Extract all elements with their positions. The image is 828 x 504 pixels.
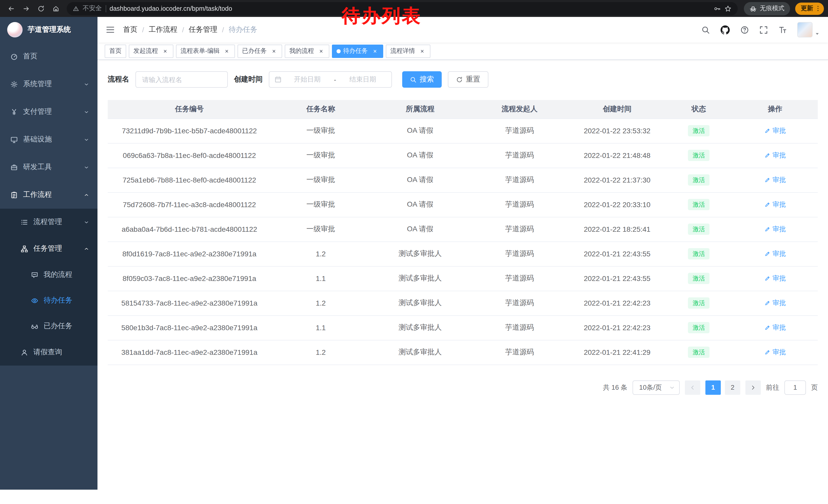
tab-close-icon[interactable]: × xyxy=(271,47,278,55)
page-unit-label: 页 xyxy=(811,383,818,392)
security-label[interactable]: 不安全 xyxy=(83,4,102,13)
cell-initiator: 芋道源码 xyxy=(470,119,570,143)
cell-task-id: 75d72608-7b7f-11ec-a3c8-acde48001122 xyxy=(108,192,271,217)
sidebar-item-home[interactable]: 首页 xyxy=(0,43,97,70)
edit-icon xyxy=(764,325,771,331)
tab-label: 待办任务 xyxy=(343,47,368,55)
breadcrumb-item[interactable]: 首页 xyxy=(123,25,137,34)
tab-start-process[interactable]: 发起流程× xyxy=(129,44,173,58)
column-header-0: 任务编号 xyxy=(108,100,271,119)
sidebar-item-devtools[interactable]: 研发工具 xyxy=(0,153,97,181)
page-button-2[interactable]: 2 xyxy=(725,380,740,395)
sidebar-item-payment[interactable]: 支付管理 xyxy=(0,98,97,126)
start-date-field[interactable]: 开始日期 xyxy=(284,75,331,84)
browser-refresh-button[interactable] xyxy=(34,2,48,15)
tab-label: 流程表单-编辑 xyxy=(180,47,219,55)
approve-button[interactable]: 审批 xyxy=(764,249,786,259)
date-range-input[interactable]: 开始日期 - 结束日期 xyxy=(269,71,392,88)
sidebar-item-workflow[interactable]: 工作流程 xyxy=(0,181,97,209)
approve-button[interactable]: 审批 xyxy=(764,126,786,135)
sidebar-item-system[interactable]: 系统管理 xyxy=(0,70,97,98)
approve-button[interactable]: 审批 xyxy=(764,299,786,308)
tab-home[interactable]: 首页 xyxy=(105,44,126,58)
approve-label: 审批 xyxy=(773,151,786,160)
table-row: 58154733-7ac8-11ec-a9e2-a2380e71991a1.2测… xyxy=(108,291,818,315)
url-text[interactable]: dashboard.yudao.iocoder.cn/bpm/task/todo xyxy=(110,5,232,12)
cell-action: 审批 xyxy=(733,291,818,315)
cell-initiator: 芋道源码 xyxy=(470,217,570,241)
column-header-5: 状态 xyxy=(665,100,733,119)
sidebar-item-leave-query[interactable]: 请假查询 xyxy=(0,339,97,366)
sidebar-item-infrastructure[interactable]: 基础设施 xyxy=(0,126,97,153)
github-icon[interactable] xyxy=(720,25,730,35)
breadcrumb-item[interactable]: 工作流程 xyxy=(149,25,177,34)
tab-process-detail[interactable]: 流程详情× xyxy=(386,44,430,58)
approve-button[interactable]: 审批 xyxy=(764,225,786,234)
approve-button[interactable]: 审批 xyxy=(764,151,786,160)
eye-icon xyxy=(31,296,38,304)
goto-page-input[interactable] xyxy=(784,380,806,395)
key-icon[interactable] xyxy=(714,5,721,12)
sidebar-item-todo-task[interactable]: 待办任务 xyxy=(0,288,97,313)
approve-label: 审批 xyxy=(773,348,786,357)
cell-action: 审批 xyxy=(733,266,818,291)
hamburger-icon[interactable] xyxy=(106,25,115,34)
status-badge: 激活 xyxy=(688,125,709,136)
user-avatar[interactable] xyxy=(797,22,813,37)
cell-process: 测试多审批人 xyxy=(370,291,470,315)
question-icon[interactable] xyxy=(740,26,749,34)
edit-icon xyxy=(764,201,771,208)
column-header-4: 创建时间 xyxy=(569,100,665,119)
process-name-input[interactable] xyxy=(135,71,228,88)
approve-label: 审批 xyxy=(773,274,786,283)
tab-label: 已办任务 xyxy=(242,47,267,55)
sidebar-item-done-task[interactable]: 已办任务 xyxy=(0,313,97,339)
omnibox-divider xyxy=(106,5,106,12)
approve-label: 审批 xyxy=(773,225,786,234)
page-size-select[interactable]: 10条/页 xyxy=(632,380,680,395)
fullscreen-icon[interactable] xyxy=(759,26,768,34)
browser-forward-button[interactable] xyxy=(19,2,33,15)
sidebar-item-process-management[interactable]: 流程管理 xyxy=(0,209,97,235)
approve-label: 审批 xyxy=(773,299,786,308)
prev-page-button[interactable] xyxy=(685,380,700,395)
column-header-2: 所属流程 xyxy=(370,100,470,119)
tab-close-icon[interactable]: × xyxy=(162,47,169,55)
update-button[interactable]: 更新 xyxy=(795,2,824,15)
tab-close-icon[interactable]: × xyxy=(419,47,426,55)
warning-icon xyxy=(73,5,79,11)
tab-close-icon[interactable]: × xyxy=(223,47,230,55)
cell-task-name: 1.2 xyxy=(271,241,371,266)
tab-form-edit[interactable]: 流程表单-编辑× xyxy=(176,44,235,58)
sidebar-item-my-process[interactable]: 我的流程 xyxy=(0,262,97,288)
sidebar-item-task-management[interactable]: 任务管理 xyxy=(0,235,97,262)
browser-home-button[interactable] xyxy=(49,2,63,15)
search-button[interactable]: 搜索 xyxy=(402,71,442,88)
sidebar-item-label: 系统管理 xyxy=(23,80,52,89)
tab-my-process[interactable]: 我的流程× xyxy=(285,44,329,58)
next-page-button[interactable] xyxy=(745,380,761,395)
reset-button[interactable]: 重置 xyxy=(448,71,488,88)
approve-button[interactable]: 审批 xyxy=(764,348,786,357)
edit-icon xyxy=(764,300,771,306)
page-button-1[interactable]: 1 xyxy=(705,380,721,395)
browser-menu-dots-icon[interactable] xyxy=(815,5,821,12)
end-date-field[interactable]: 结束日期 xyxy=(339,75,386,84)
tab-done-task[interactable]: 已办任务× xyxy=(238,44,282,58)
yen-icon xyxy=(10,108,18,116)
tab-todo-task[interactable]: 待办任务× xyxy=(332,44,383,58)
approve-button[interactable]: 审批 xyxy=(764,274,786,283)
approve-button[interactable]: 审批 xyxy=(764,323,786,332)
font-size-icon[interactable] xyxy=(778,26,787,34)
approve-label: 审批 xyxy=(773,175,786,185)
browser-back-button[interactable] xyxy=(4,2,18,15)
tab-close-icon[interactable]: × xyxy=(371,47,379,55)
search-icon[interactable] xyxy=(701,26,710,34)
app-logo-row[interactable]: 芋道管理系统 xyxy=(0,17,97,43)
tab-close-icon[interactable]: × xyxy=(318,47,325,55)
approve-button[interactable]: 审批 xyxy=(764,200,786,209)
approve-button[interactable]: 审批 xyxy=(764,175,786,185)
user-menu[interactable] xyxy=(797,22,820,37)
breadcrumb-item[interactable]: 任务管理 xyxy=(189,25,217,34)
star-icon[interactable] xyxy=(724,5,732,12)
